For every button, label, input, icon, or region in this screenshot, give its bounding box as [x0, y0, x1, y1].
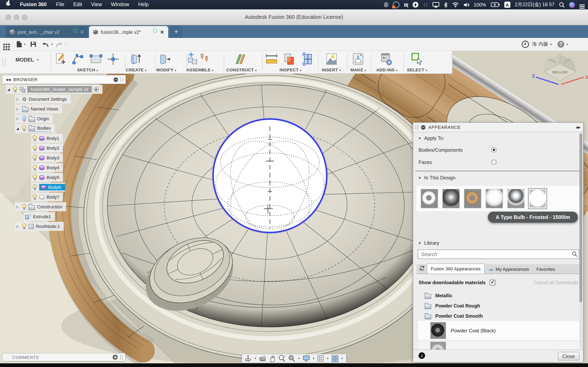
visibility-bulb-icon[interactable] — [33, 135, 37, 141]
bluetooth-icon[interactable] — [444, 1, 448, 8]
status-balloon-icon[interactable] — [384, 2, 389, 7]
browser-item-label[interactable]: Body4 — [47, 165, 59, 170]
toolbar-grip[interactable] — [2, 57, 5, 67]
pan-icon[interactable] — [269, 355, 276, 362]
info-icon[interactable] — [419, 352, 425, 359]
browser-item-label[interactable]: Body3 — [47, 155, 59, 160]
orbit-dropdown[interactable] — [254, 357, 257, 360]
viewports-dropdown[interactable] — [341, 357, 343, 360]
notification-center-icon[interactable] — [579, 0, 585, 9]
activate-component-radio[interactable] — [94, 87, 99, 92]
document-tab-active[interactable]: fusion36...mple v2* — [89, 26, 168, 38]
workspace-selector[interactable]: MODEL — [16, 57, 39, 63]
fit-dropdown[interactable] — [298, 357, 300, 360]
meeting-status-icon[interactable] — [393, 1, 399, 8]
browser-row-body5[interactable]: Body5 — [31, 173, 63, 182]
document-tab-inactive[interactable]: joint_tem..._chair v2 — [6, 26, 88, 38]
sketch-arc-icon[interactable] — [72, 54, 84, 64]
dark-metal-sphere-material-swatch[interactable] — [442, 189, 460, 208]
measure-icon[interactable] — [265, 52, 278, 66]
library-folder-metallic[interactable]: Metallic — [425, 292, 452, 300]
expand-arrow-icon[interactable]: ◢ — [7, 87, 11, 91]
bodies-components-radio[interactable] — [491, 147, 497, 152]
section-collapse-icon[interactable] — [418, 241, 421, 245]
panel-drag-handle[interactable] — [120, 355, 122, 360]
menu-view[interactable]: View — [86, 0, 107, 9]
white-torus-material-swatch[interactable] — [421, 189, 438, 208]
menu-help[interactable]: Help — [134, 0, 153, 9]
file-menu-button[interactable] — [16, 38, 26, 50]
viewports-icon[interactable] — [331, 355, 338, 362]
new-component-icon[interactable] — [187, 52, 199, 66]
browser-row-body2[interactable]: Body2 — [31, 143, 63, 152]
panel-drag-handle[interactable] — [416, 125, 418, 130]
group-select[interactable]: SELECT — [407, 67, 428, 72]
expand-arrow-icon[interactable]: ▷ — [16, 117, 20, 120]
redo-button[interactable] — [56, 38, 67, 50]
visibility-bulb-icon[interactable] — [22, 223, 26, 229]
browser-row-extrude1[interactable]: Extrude1 — [24, 212, 55, 221]
tab-favorites[interactable]: Favorites — [533, 264, 559, 274]
browser-item-label[interactable]: fusion360_render_sample v2 — [27, 86, 92, 92]
browser-item-label[interactable]: Bodies — [37, 125, 51, 130]
browser-row-named-views[interactable]: ▷ Named Views — [15, 104, 62, 113]
tab-fusion360-appearances[interactable]: Fusion 360 Appearances — [427, 263, 484, 274]
visibility-bulb-icon[interactable] — [33, 155, 37, 161]
browser-item-label[interactable]: Body2 — [47, 146, 59, 150]
browser-item-label[interactable]: Body5 — [47, 175, 59, 180]
browser-row-body1[interactable]: Body1 — [31, 134, 63, 143]
visibility-bulb-icon[interactable] — [33, 184, 37, 190]
input-source-icon[interactable]: A — [504, 2, 510, 8]
browser-item-label[interactable]: Document Settings — [29, 97, 67, 101]
comments-bar[interactable]: COMMENTS — [2, 353, 125, 361]
spotlight-search-icon[interactable] — [559, 1, 565, 8]
grid-settings-icon[interactable] — [318, 355, 324, 362]
tab-close-icon[interactable] — [160, 29, 164, 35]
close-button[interactable]: Close — [558, 352, 579, 360]
menu-app-name[interactable]: Fusion 360 — [15, 0, 52, 9]
scrollbar-thumb[interactable] — [579, 133, 582, 302]
expand-arrow-icon[interactable]: ◢ — [16, 127, 20, 130]
browser-item-label[interactable]: Body1 — [47, 136, 59, 141]
fit-icon[interactable] — [288, 355, 295, 362]
browser-row-bodies[interactable]: ◢ Bodies — [15, 124, 54, 133]
appearance-header[interactable]: APPEARANCE — [413, 123, 583, 132]
menu-bar-clock[interactable]: 2月22日(金) 16 57 — [515, 1, 554, 8]
section-analysis-icon[interactable] — [301, 52, 314, 66]
viewcube-bottom-label[interactable]: BOTTOM — [552, 70, 567, 74]
save-button[interactable] — [30, 38, 36, 50]
help-button[interactable] — [557, 38, 568, 50]
sketch-rectangle-icon[interactable] — [89, 54, 103, 64]
sketch-point-icon[interactable] — [107, 53, 119, 65]
visibility-bulb-icon[interactable] — [13, 86, 17, 92]
group-add-ins[interactable]: ADD-INS — [376, 67, 398, 72]
backup-upload-icon[interactable] — [412, 1, 419, 8]
browser-row-construction[interactable]: ▷ Construction — [15, 202, 66, 211]
group-inspect[interactable]: INSPECT — [279, 67, 302, 72]
expand-arrow-icon[interactable]: ▷ — [16, 225, 20, 228]
zoom-icon[interactable]: ± — [278, 355, 285, 362]
menu-edit[interactable]: Edit — [69, 0, 86, 9]
glowing-bulb-material-swatch-selected[interactable] — [529, 189, 546, 208]
add-ins-icon[interactable]: >- — [380, 52, 392, 66]
app-launcher-grid-icon[interactable] — [3, 38, 5, 50]
job-status-button[interactable] — [521, 38, 529, 50]
browser-header[interactable]: ◀◀ BROWSER — [2, 75, 126, 84]
browser-item-label[interactable]: Named Views — [31, 106, 58, 111]
wood-torus-material-swatch[interactable] — [464, 189, 481, 208]
siri-icon[interactable] — [569, 2, 575, 8]
browser-row-root[interactable]: ◢ fusion360_render_sample v2 — [6, 85, 103, 94]
grid-settings-dropdown[interactable] — [327, 357, 329, 360]
tab-close-icon[interactable] — [80, 29, 84, 35]
add-comment-icon[interactable] — [113, 355, 118, 360]
browser-item-label[interactable]: Origin — [37, 116, 49, 121]
undo-button[interactable] — [42, 38, 53, 50]
apple-menu-icon[interactable] — [0, 0, 15, 9]
display-settings-icon[interactable] — [303, 355, 310, 362]
press-pull-icon[interactable] — [159, 52, 172, 66]
group-assemble[interactable]: ASSEMBLE — [186, 67, 214, 72]
interference-icon[interactable] — [283, 52, 295, 66]
construct-plane-icon[interactable] — [234, 52, 247, 66]
menu-window[interactable]: Window — [107, 0, 134, 9]
expand-arrow-icon[interactable]: ▷ — [16, 107, 20, 111]
